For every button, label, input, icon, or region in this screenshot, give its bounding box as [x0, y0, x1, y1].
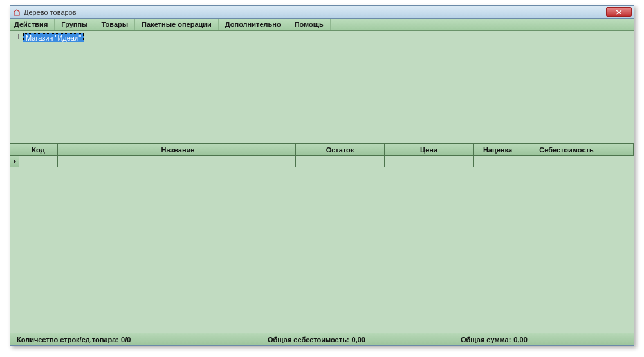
menubar: Действия Группы Товары Пакетные операции… — [10, 19, 634, 31]
col-code[interactable]: Код — [19, 144, 58, 155]
col-filler — [611, 144, 634, 155]
grid-header: Код Название Остаток Цена Наценка Себест… — [10, 143, 634, 156]
col-rest[interactable]: Остаток — [296, 144, 385, 155]
status-rows-label: Количество строк/ед.товара: — [17, 336, 118, 343]
status-cost-label: Общая себестоимость: — [268, 336, 349, 343]
status-sum-label: Общая сумма: — [461, 336, 511, 343]
titlebar: Дерево товаров — [10, 6, 634, 19]
tree-connector-icon — [14, 34, 23, 42]
row-marker-icon — [10, 156, 19, 167]
cell-markup[interactable] — [474, 156, 522, 167]
cell-price[interactable] — [385, 156, 474, 167]
status-rows: Количество строк/ед.товара: 0/0 — [17, 336, 268, 343]
grid-current-row[interactable] — [10, 156, 634, 167]
col-name[interactable]: Название — [58, 144, 296, 155]
col-price[interactable]: Цена — [385, 144, 474, 155]
status-cost: Общая себестоимость: 0,00 — [268, 336, 461, 343]
menu-actions[interactable]: Действия — [10, 19, 55, 30]
tree-root-node[interactable]: Магазин "Идеал" — [14, 33, 84, 42]
menu-goods[interactable]: Товары — [95, 19, 136, 30]
cell-rest[interactable] — [296, 156, 385, 167]
cell-cost[interactable] — [522, 156, 611, 167]
menu-help[interactable]: Помощь — [288, 19, 331, 30]
menu-batch[interactable]: Пакетные операции — [135, 19, 219, 30]
col-cost[interactable]: Себестоимость — [522, 144, 611, 155]
menu-groups[interactable]: Группы — [55, 19, 95, 30]
status-rows-value: 0/0 — [121, 336, 131, 343]
window-title: Дерево товаров — [24, 8, 606, 16]
close-button[interactable] — [606, 7, 632, 17]
statusbar: Количество строк/ед.товара: 0/0 Общая се… — [10, 333, 634, 345]
status-sum: Общая сумма: 0,00 — [461, 336, 627, 343]
cell-code[interactable] — [19, 156, 58, 167]
tree-pane[interactable]: Магазин "Идеал" — [10, 31, 634, 143]
grid-empty-area — [10, 167, 634, 333]
status-sum-value: 0,00 — [513, 336, 527, 343]
app-window: Дерево товаров Действия Группы Товары Па… — [10, 5, 634, 346]
col-marker[interactable] — [10, 144, 19, 155]
cell-filler — [611, 156, 634, 167]
app-icon — [12, 8, 21, 17]
menu-extra[interactable]: Дополнительно — [219, 19, 288, 30]
cell-name[interactable] — [58, 156, 296, 167]
status-cost-value: 0,00 — [352, 336, 365, 343]
col-markup[interactable]: Наценка — [474, 144, 522, 155]
grid-pane: Код Название Остаток Цена Наценка Себест… — [10, 143, 634, 167]
tree-root-label[interactable]: Магазин "Идеал" — [23, 33, 84, 42]
